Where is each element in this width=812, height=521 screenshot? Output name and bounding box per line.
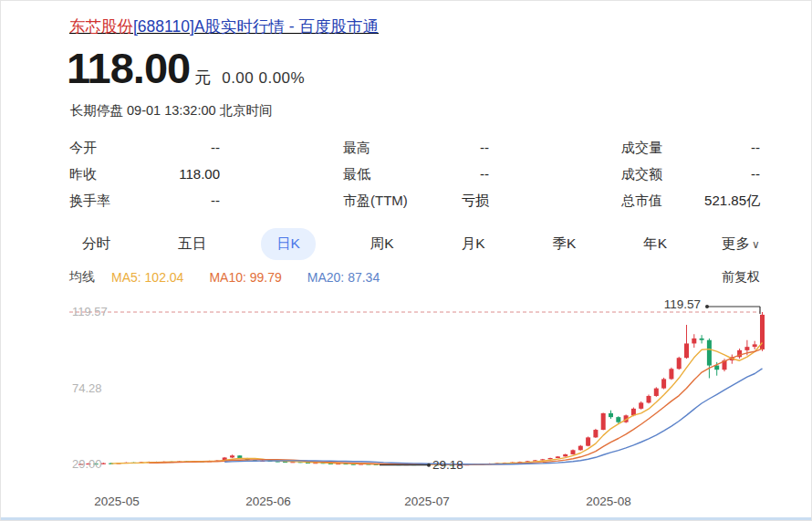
chart-period-tabs: 分时 五日 日K 周K 月K 季K 年K 更多∨ [69, 225, 760, 262]
stat-low: 最低 -- [343, 161, 489, 187]
stock-name: 东芯股份 [69, 17, 133, 36]
kline-chart[interactable]: 119.57 74.28 29.00 119.57 29.18 [69, 302, 772, 489]
stat-prev-close: 昨收 118.00 [69, 161, 220, 187]
stats-column-1: 今开 -- 昨收 118.00 换手率 -- [69, 134, 220, 214]
x-tick-june: 2025-06 [245, 495, 291, 508]
x-tick-july: 2025-07 [404, 495, 450, 508]
chevron-down-icon: ∨ [752, 238, 760, 251]
y-tick-low: 29.00 [72, 457, 102, 471]
tab-quarterly-k[interactable]: 季K [539, 228, 588, 260]
current-price: 118.00 [67, 43, 190, 93]
bottom-divider [1, 517, 811, 520]
tab-weekly-k[interactable]: 周K [358, 228, 407, 260]
ma5-value: MA5: 102.04 [111, 270, 183, 285]
kline-svg [69, 302, 772, 489]
price-change: 0.00 0.00% [222, 69, 305, 88]
adjust-mode-toggle[interactable]: 前复权 [722, 269, 760, 286]
stat-today-open: 今开 -- [69, 134, 220, 161]
ma10-value: MA10: 99.79 [209, 270, 281, 285]
x-tick-august: 2025-08 [586, 495, 631, 508]
price-unit: 元 [194, 67, 211, 89]
stock-quote-page: 东芯股份[688110]A股实时行情 - 百度股市通 118.00 元 0.00… [0, 0, 812, 521]
ma20-value: MA20: 87.34 [307, 270, 380, 285]
tab-yearly-k[interactable]: 年K [630, 228, 680, 260]
ma-legend-label: 均线 [69, 269, 95, 286]
stat-market-cap: 总市值 521.85亿 [621, 187, 760, 214]
tab-monthly-k[interactable]: 月K [449, 228, 498, 260]
tab-five-day[interactable]: 五日 [165, 228, 219, 260]
quote-stats: 今开 -- 昨收 118.00 换手率 -- 最高 -- 最低 -- 市盈(TT [69, 134, 760, 214]
more-periods-dropdown[interactable]: 更多∨ [722, 234, 760, 254]
title-rest: [688110]A股实时行情 - 百度股市通 [133, 17, 379, 36]
stat-amount: 成交额 -- [621, 161, 760, 187]
stat-high: 最高 -- [343, 134, 489, 161]
ma-legend: 均线 MA5: 102.04 MA10: 99.79 MA20: 87.34 前… [69, 269, 760, 286]
stat-turnover-rate: 换手率 -- [69, 187, 220, 214]
stats-column-3: 成交量 -- 成交额 -- 总市值 521.85亿 [621, 134, 760, 214]
trading-status: 长期停盘 09-01 13:32:00 北京时间 [70, 102, 273, 120]
tab-daily-k[interactable]: 日K [261, 228, 316, 260]
price-block: 118.00 元 0.00 0.00% [67, 43, 305, 93]
low-price-annotation: 29.18 [432, 458, 463, 472]
y-tick-high: 119.57 [72, 305, 108, 318]
high-price-annotation: 119.57 [664, 297, 701, 311]
y-tick-mid: 74.28 [72, 381, 102, 395]
stats-column-2: 最高 -- 最低 -- 市盈(TTM) 亏损 [343, 134, 489, 214]
x-axis: 2025-05 2025-06 2025-07 2025-08 [69, 495, 772, 513]
page-title-link[interactable]: 东芯股份[688110]A股实时行情 - 百度股市通 [69, 16, 379, 37]
stat-volume: 成交量 -- [621, 134, 760, 161]
tab-minute[interactable]: 分时 [69, 228, 123, 260]
stat-pe-ttm: 市盈(TTM) 亏损 [343, 187, 489, 214]
x-tick-may: 2025-05 [94, 495, 140, 508]
